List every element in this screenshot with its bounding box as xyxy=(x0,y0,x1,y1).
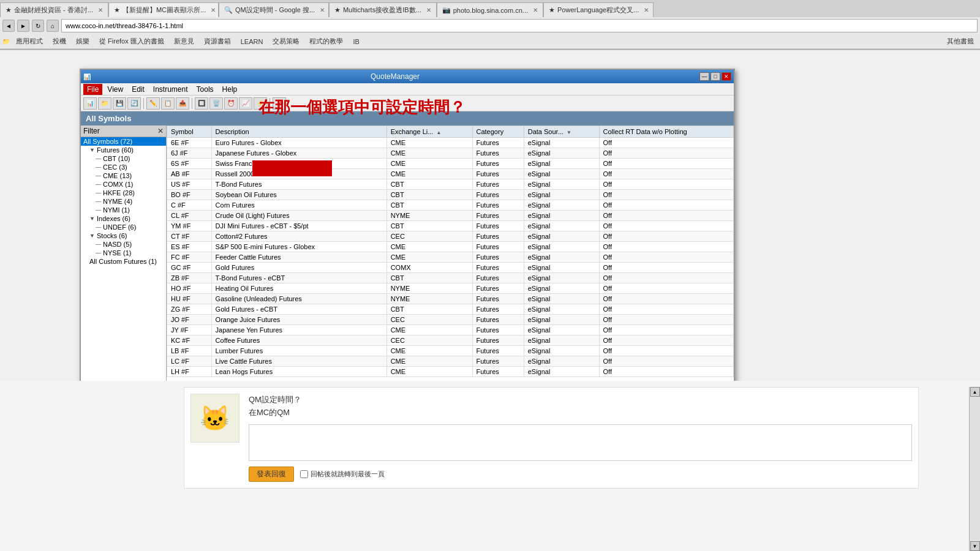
table-row[interactable]: LH #F Lean Hogs Futures CME Futures eSig… xyxy=(167,367,734,377)
tree-nyse[interactable]: — NYSE (1) xyxy=(81,249,166,257)
table-row[interactable]: ZG #F Gold Futures - eCBT CBT Futures eS… xyxy=(167,304,734,315)
menu-file[interactable]: File xyxy=(83,84,102,95)
bookmark-new[interactable]: 新意見 xyxy=(170,36,198,47)
table-row[interactable]: LB #F Lumber Futures CME Futures eSignal… xyxy=(167,346,734,356)
tree-hkfe[interactable]: — HKFE (28) xyxy=(81,189,166,197)
tree-all-symbols[interactable]: All Symbols (72) xyxy=(81,137,166,146)
menu-instrument[interactable]: Instrument xyxy=(149,84,192,95)
table-row[interactable]: JY #F Japanese Yen Futures CME Futures e… xyxy=(167,325,734,335)
bookmark-learn[interactable]: LEARN xyxy=(237,37,267,47)
symbol-table-area[interactable]: Symbol Description Exchange Li... ▲ Cate… xyxy=(167,126,734,407)
tab-1-close[interactable]: ✕ xyxy=(98,7,103,13)
address-input[interactable] xyxy=(61,19,978,32)
toolbar-btn-5[interactable]: ✏️ xyxy=(146,97,160,110)
tree-stocks[interactable]: ▼ Stocks (6) xyxy=(81,231,166,240)
toolbar-btn-8[interactable]: 🔲 xyxy=(195,97,208,110)
table-row[interactable]: 6J #F Japanese Futures - Globex CME Futu… xyxy=(167,148,734,159)
menu-tools[interactable]: Tools xyxy=(193,84,217,95)
submit-button[interactable]: 發表回復 xyxy=(249,467,294,482)
tree-futures[interactable]: ▼ Futures (60) xyxy=(81,146,166,154)
toolbar-btn-10[interactable]: ⏰ xyxy=(224,97,238,110)
bookmark-teach[interactable]: 程式的教學 xyxy=(306,36,347,47)
toolbar-btn-4[interactable]: 🔄 xyxy=(127,97,141,110)
close-button[interactable]: ✕ xyxy=(722,72,731,81)
scroll-down-arrow[interactable]: ▼ xyxy=(970,541,980,551)
scroll-up-arrow[interactable]: ▲ xyxy=(970,387,980,397)
bookmark-apps[interactable]: 應用程式 xyxy=(12,36,47,47)
toolbar-btn-3[interactable]: 💾 xyxy=(113,97,126,110)
tree-nymi[interactable]: — NYMI (1) xyxy=(81,206,166,214)
col-category[interactable]: Category xyxy=(472,126,524,138)
menu-help[interactable]: Help xyxy=(219,84,241,95)
tree-indexes[interactable]: ▼ Indexes (6) xyxy=(81,214,166,223)
minimize-button[interactable]: — xyxy=(699,72,709,81)
maximize-button[interactable]: □ xyxy=(710,72,720,81)
bookmark-strategy[interactable]: 交易策略 xyxy=(269,36,303,47)
menu-edit[interactable]: Edit xyxy=(128,84,148,95)
home-button[interactable]: ⌂ xyxy=(47,20,59,32)
comx-toggle: — xyxy=(96,181,102,187)
table-row[interactable]: 6E #F Euro Futures - Globex CME Futures … xyxy=(167,138,734,148)
right-scrollbar[interactable]: ▲ ▼ xyxy=(969,387,980,551)
table-row[interactable]: BO #F Soybean Oil Futures CBT Futures eS… xyxy=(167,190,734,200)
table-row[interactable]: ZB #F T-Bond Futures - eCBT CBT Futures … xyxy=(167,273,734,283)
table-row[interactable]: FC #F Feeder Cattle Futures CME Futures … xyxy=(167,252,734,263)
bookmark-invest[interactable]: 投機 xyxy=(49,36,70,47)
red-overlay-bar xyxy=(252,160,332,176)
filter-close-btn[interactable]: ✕ xyxy=(157,127,164,135)
col-collect[interactable]: Collect RT Data w/o Plotting xyxy=(599,126,733,138)
table-row[interactable]: HO #F Heating Oil Futures NYME Futures e… xyxy=(167,283,734,294)
tab-2-close[interactable]: ✕ xyxy=(211,7,216,13)
tree-comx[interactable]: — COMX (1) xyxy=(81,180,166,189)
tab-6[interactable]: ★ PowerLanguage程式交叉... ✕ xyxy=(543,2,654,17)
tab-2[interactable]: ★ 【新提醒】MC圖表顯示所... ✕ xyxy=(108,2,219,17)
table-row[interactable]: C #F Corn Futures CBT Futures eSignal Of… xyxy=(167,200,734,211)
toolbar-btn-6[interactable]: 📋 xyxy=(161,97,175,110)
col-exchange[interactable]: Exchange Li... ▲ xyxy=(386,126,472,138)
table-row[interactable]: CL #F Crude Oil (Light) Futures NYME Fut… xyxy=(167,211,734,221)
table-row[interactable]: JO #F Orange Juice Futures CEC Futures e… xyxy=(167,315,734,325)
bookmark-entertain[interactable]: 娛樂 xyxy=(72,36,93,47)
bookmark-ib[interactable]: IB xyxy=(349,37,363,47)
tree-cec[interactable]: — CEC (3) xyxy=(81,163,166,171)
tree-undef[interactable]: — UNDEF (6) xyxy=(81,223,166,231)
tree-cme[interactable]: — CME (13) xyxy=(81,171,166,180)
table-row[interactable]: CT #F Cotton#2 Futures CEC Futures eSign… xyxy=(167,231,734,242)
bookmark-firefox[interactable]: 從 Firefox 匯入的書籤 xyxy=(96,36,168,47)
col-description[interactable]: Description xyxy=(211,126,386,138)
table-row[interactable]: GC #F Gold Futures COMX Futures eSignal … xyxy=(167,263,734,273)
toolbar-btn-9[interactable]: 🗑️ xyxy=(209,97,223,110)
tab-5[interactable]: 📷 photo.blog.sina.com.cn... ✕ xyxy=(437,2,543,17)
tree-nyme[interactable]: — NYME (4) xyxy=(81,197,166,206)
toolbar-btn-11[interactable]: 📈 xyxy=(239,97,252,110)
tree-nasd[interactable]: — NASD (5) xyxy=(81,240,166,249)
toolbar-btn-7[interactable]: 📤 xyxy=(176,97,189,110)
jump-checkbox[interactable] xyxy=(300,470,308,478)
bookmark-resource[interactable]: 資源書箱 xyxy=(200,36,235,47)
bookmark-others[interactable]: 其他書籤 xyxy=(943,36,978,47)
forward-button[interactable]: ► xyxy=(17,20,29,32)
tab-4[interactable]: ★ Multicharts接收盈透IB數... ✕ xyxy=(329,2,437,17)
reply-textarea[interactable] xyxy=(249,424,912,461)
tree-custom[interactable]: All Custom Futures (1) xyxy=(81,257,166,266)
tab-3[interactable]: 🔍 QM設定時間 - Google 搜... ✕ xyxy=(219,2,329,17)
toolbar-btn-2[interactable]: 📁 xyxy=(98,97,111,110)
tree-cbt[interactable]: — CBT (10) xyxy=(81,154,166,163)
table-row[interactable]: KC #F Coffee Futures CEC Futures eSignal… xyxy=(167,335,734,346)
refresh-button[interactable]: ↻ xyxy=(32,20,44,32)
col-datasource[interactable]: Data Sour... ▼ xyxy=(524,126,599,138)
table-row[interactable]: US #F T-Bond Futures CBT Futures eSignal… xyxy=(167,179,734,190)
tab-3-close[interactable]: ✕ xyxy=(320,7,325,13)
menu-view[interactable]: View xyxy=(104,84,127,95)
tab-5-close[interactable]: ✕ xyxy=(533,7,538,13)
table-row[interactable]: LC #F Live Cattle Futures CME Futures eS… xyxy=(167,356,734,367)
table-row[interactable]: YM #F DJI Mini Futures - eCBT - $5/pt CB… xyxy=(167,221,734,231)
table-row[interactable]: HU #F Gasoline (Unleaded) Futures NYME F… xyxy=(167,294,734,304)
tab-1[interactable]: ★ 金融財經投資區 - 香港討... ✕ xyxy=(0,2,108,17)
tab-6-close[interactable]: ✕ xyxy=(644,7,649,13)
back-button[interactable]: ◄ xyxy=(2,20,15,32)
tab-4-close[interactable]: ✕ xyxy=(426,7,431,13)
col-symbol[interactable]: Symbol xyxy=(167,126,212,138)
table-row[interactable]: ES #F S&P 500 E-mini Futures - Globex CM… xyxy=(167,242,734,252)
toolbar-btn-1[interactable]: 📊 xyxy=(83,97,97,110)
